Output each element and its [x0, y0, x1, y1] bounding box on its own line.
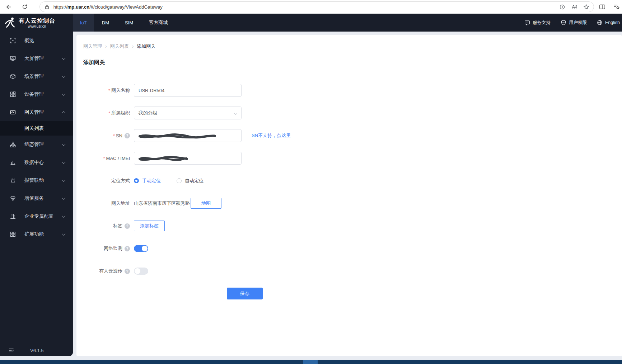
page-title: 添加网关 — [83, 59, 622, 66]
chat-bubble-icon — [524, 20, 530, 25]
sidebar-label-scene-mgmt: 场景管理 — [24, 73, 44, 80]
language-label: English — [605, 20, 620, 25]
alarm-siren-icon — [10, 178, 16, 183]
network-monitor-toggle[interactable] — [134, 245, 148, 252]
tags-label: 标签? — [83, 223, 130, 229]
support-link[interactable]: 服务支持 — [524, 20, 551, 26]
version-label: V6.1.5 — [30, 348, 44, 353]
breadcrumb-gateway-list[interactable]: 网关列表 — [110, 43, 129, 49]
breadcrumb-separator: › — [105, 43, 107, 49]
permissions-link[interactable]: 用户权限 — [561, 20, 587, 26]
sidebar-label-overview: 概览 — [24, 37, 34, 44]
collections-button[interactable] — [611, 1, 622, 12]
chevron-down-icon — [62, 232, 66, 236]
favorite-star-icon[interactable] — [583, 4, 589, 10]
collections-icon — [613, 4, 620, 10]
chevron-down-icon — [62, 142, 66, 146]
sidebar-item-value-added[interactable]: 增值服务 — [0, 189, 73, 207]
sidebar-subitem-gateway-list[interactable]: 网关列表 — [0, 121, 73, 136]
permissions-label: 用户权限 — [569, 20, 587, 26]
send-to-device-icon[interactable] — [559, 4, 565, 10]
gem-shield-icon — [10, 195, 16, 201]
sidebar-label-data-center: 数据中心 — [24, 159, 44, 166]
auto-location-radio[interactable] — [177, 178, 182, 183]
add-tag-button[interactable]: 添加标签 — [134, 221, 165, 231]
auto-location-label[interactable]: 自动定位 — [185, 178, 204, 184]
chevron-down-icon — [62, 196, 66, 200]
back-button[interactable] — [4, 1, 14, 12]
gateway-name-input[interactable] — [134, 84, 242, 97]
taskbar — [0, 360, 622, 364]
form-row-mac: *MAC / IMEI — [83, 152, 622, 165]
sidebar-item-screen-mgmt[interactable]: 大屏管理 — [0, 49, 73, 67]
nav-tab-sim[interactable]: SIM — [117, 14, 141, 32]
nav-tab-iot[interactable]: IoT — [73, 14, 94, 32]
sitemap-icon — [10, 142, 16, 147]
chevron-down-icon — [62, 56, 66, 60]
sidebar-item-alarm-linkage[interactable]: 报警联动 — [0, 171, 73, 189]
gateway-chart-icon — [10, 109, 16, 115]
save-button[interactable]: 保存 — [227, 288, 263, 299]
sn-redaction-scribble — [138, 133, 216, 139]
form-row-location-mode: 定位方式 手动定位 自动定位 — [83, 174, 622, 187]
usr-person-logo-icon — [4, 16, 17, 29]
form-row-address: 网关地址 山东省济南市历下区颖秀路 地图 — [83, 197, 622, 210]
sidebar-item-extensions[interactable]: 扩展功能 — [0, 225, 73, 243]
network-monitor-help-icon[interactable]: ? — [125, 246, 130, 251]
sidebar-item-enterprise-config[interactable]: 企业专属配置 — [0, 207, 73, 225]
device-grid-icon — [10, 91, 16, 97]
tags-help-icon[interactable]: ? — [125, 223, 130, 229]
mac-input[interactable] — [134, 152, 242, 165]
cloud-passthrough-toggle[interactable] — [134, 268, 148, 275]
map-button[interactable]: 地图 — [191, 198, 221, 209]
taskbar-active-segment — [303, 360, 318, 364]
mac-redaction-scribble — [138, 156, 188, 161]
read-aloud-icon[interactable] — [571, 4, 577, 10]
sidebar-item-device-mgmt[interactable]: 设备管理 — [0, 85, 73, 103]
sidebar-item-overview[interactable]: 概览 — [0, 32, 73, 49]
sidebar-label-alarm-linkage: 报警联动 — [24, 177, 44, 184]
toggle-knob — [142, 246, 148, 251]
cloud-passthrough-help-icon[interactable]: ? — [125, 269, 130, 274]
required-asterisk: * — [103, 156, 105, 161]
sn-not-supported-link[interactable]: SN不支持，点这里 — [252, 132, 291, 139]
form-row-cloud-passthrough: 有人云透传? — [83, 265, 622, 278]
url-text: https://mp.usr.cn/#/cloud/gateway/ViewAd… — [53, 4, 559, 10]
required-asterisk: * — [108, 110, 110, 116]
form-row-save: 保存 — [83, 288, 622, 299]
form-row-gateway-name: *网关名称 — [83, 84, 622, 97]
language-link[interactable]: English — [597, 20, 620, 25]
sidebar: 概览 大屏管理 场景管理 设备管理 网关管理 网关列表 组态管理 数据中心 报警… — [0, 32, 73, 356]
location-mode-label: 定位方式 — [83, 178, 130, 184]
manual-location-label[interactable]: 手动定位 — [142, 178, 161, 184]
sidebar-item-scene-mgmt[interactable]: 场景管理 — [0, 67, 73, 85]
refresh-button[interactable] — [19, 1, 30, 12]
brand-title: 有人云控制台 — [19, 17, 55, 24]
address-value: 山东省济南市历下区颖秀路 — [134, 200, 190, 207]
brand-logo-area[interactable]: 有人云控制台 www.usr.cn — [0, 14, 73, 32]
add-gateway-form: *网关名称 *所属组织 我的分组 *SN? SN不 — [83, 84, 622, 299]
sidebar-label-gateway-mgmt: 网关管理 — [24, 109, 44, 115]
nav-tab-dm[interactable]: DM — [94, 14, 117, 32]
breadcrumb: 网关管理 › 网关列表 › 添加网关 — [83, 43, 622, 49]
sidebar-item-config-mgmt[interactable]: 组态管理 — [0, 136, 73, 153]
breadcrumb-gateway-mgmt[interactable]: 网关管理 — [83, 43, 102, 49]
organization-label: *所属组织 — [83, 110, 130, 116]
chevron-up-icon — [62, 111, 66, 114]
sidebar-item-data-center[interactable]: 数据中心 — [0, 153, 73, 171]
sn-input[interactable] — [134, 129, 242, 142]
split-screen-button[interactable] — [597, 1, 608, 12]
manual-location-radio[interactable] — [134, 178, 139, 183]
collapse-sidebar-icon[interactable] — [9, 348, 14, 353]
address-bar[interactable]: https://mp.usr.cn/#/cloud/gateway/ViewAd… — [39, 1, 594, 12]
form-row-network-monitor: 网络监测? — [83, 242, 622, 255]
sidebar-label-value-added: 增值服务 — [24, 195, 44, 202]
browser-toolbar: https://mp.usr.cn/#/cloud/gateway/ViewAd… — [0, 0, 622, 14]
chevron-down-icon — [62, 92, 66, 96]
organization-select[interactable]: 我的分组 — [134, 107, 242, 119]
scene-cube-icon — [10, 74, 16, 79]
required-asterisk: * — [108, 88, 110, 93]
nav-tab-mall[interactable]: 官方商城 — [141, 14, 176, 32]
sn-help-icon[interactable]: ? — [125, 133, 130, 138]
sidebar-item-gateway-mgmt[interactable]: 网关管理 — [0, 103, 73, 121]
